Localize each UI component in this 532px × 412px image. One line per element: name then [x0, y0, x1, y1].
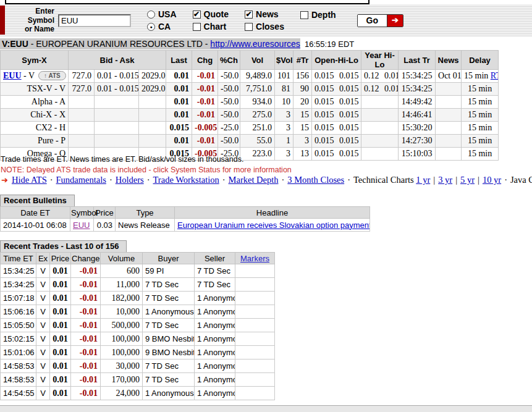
col-header-type: Type	[116, 207, 175, 219]
chart-10yr-link[interactable]: 10 yr	[483, 175, 501, 185]
cell-open-hi-lo: 0.015 0.015 0.01	[312, 148, 361, 161]
checkbox-closes[interactable]: Closes	[245, 22, 284, 32]
quote-row-euu: EUU - V↑ ATS 727.0 0.01 - 0.015 2029.0 0…	[1, 70, 499, 83]
checkbox-news-box-icon[interactable]: ✔	[245, 11, 253, 19]
col-header-date-et: Date ET	[1, 207, 70, 219]
links-arrow-icon: ➔	[1, 175, 8, 185]
trade-workstation-link[interactable]: Trade Workstation	[153, 175, 219, 185]
cell-delay: 15 min	[462, 109, 499, 122]
cell-trade-time: 15:07:18	[1, 292, 36, 305]
checkbox-depth-label: Depth	[311, 10, 336, 20]
cell-dvol: 3	[275, 109, 293, 122]
cell-trade-seller: 1 Anonymous	[195, 387, 235, 400]
checkbox-chart-label: Chart	[204, 22, 227, 32]
checkbox-quote[interactable]: ✔ Quote	[193, 9, 229, 19]
holders-link[interactable]: Holders	[116, 175, 144, 185]
cell-year-hi-lo	[361, 122, 399, 135]
radio-ca[interactable]: ● CA	[147, 22, 177, 32]
cell-trade-markers	[235, 292, 275, 305]
cell-ntr: 15	[293, 122, 312, 135]
company-name: - EUROPEAN URANIUM RESOURCES LTD -	[28, 39, 211, 49]
symbol-entry-form: Enter Symbol or Name USA ● CA ✔ Quote Ch…	[0, 4, 532, 36]
cell-bid-size	[69, 96, 95, 109]
radio-ca-circle-icon[interactable]: ●	[147, 23, 155, 31]
bottom-scroll-area	[0, 405, 532, 412]
cell-trade-price: 0.01	[50, 305, 71, 319]
cell-open-hi-lo: 0.015 0.015 0.01	[312, 135, 361, 148]
cell-trade-price: 0.01	[50, 319, 71, 332]
trade-row: 14:58:53 V 0.01 -0.01 30,000 7 TD Sec 1 …	[1, 359, 275, 373]
cell-last-tr: 14:46:41	[399, 109, 436, 122]
cell-news	[436, 122, 462, 135]
cell-trade-seller: 1 Anonymous	[195, 292, 235, 305]
checkbox-chart[interactable]: Chart	[193, 22, 229, 32]
go-button[interactable]: Go ➔	[357, 14, 403, 27]
bulletin-symbol-link[interactable]: EUU	[73, 221, 90, 230]
recent-bulletins-section: Recent Bulletins Date ET Symbol Price Ty…	[0, 195, 370, 232]
checkbox-chart-box-icon[interactable]	[193, 23, 201, 31]
cell-trade-volume: 100,000	[101, 346, 143, 359]
cell-trade-markers	[235, 346, 275, 359]
quote-row-tsxv: TSX-V - V 727.0 0.01 - 0.015 2029.0 0.01…	[1, 83, 499, 96]
symbol-entry-label: Enter Symbol or Name	[10, 7, 54, 33]
cell-trade-ex: V	[36, 278, 50, 292]
radio-usa[interactable]: USA	[147, 9, 177, 19]
cell-last: 0.01	[166, 109, 192, 122]
cell-trade-price: 0.01	[50, 292, 71, 305]
cell-trade-buyer: 7 TD Sec	[143, 359, 195, 373]
col-header-news: News	[436, 51, 462, 70]
cell-trade-buyer: 9 BMO Nesbitt	[143, 332, 195, 346]
market-depth-link[interactable]: Market Depth	[229, 175, 279, 185]
chart-3yr-link[interactable]: 3 yr	[438, 175, 452, 185]
cell-last: 0.01	[166, 96, 192, 109]
cell-trade-volume: 24,000	[101, 387, 143, 400]
chart-5yr-link[interactable]: 5 yr	[460, 175, 475, 185]
col-header-delay: Delay	[462, 51, 499, 70]
cell-trade-buyer: 1 Anonymous	[143, 387, 195, 400]
col-header-open-hi-lo: Open-Hi-Lo	[312, 51, 361, 70]
cell-last: 0.01	[166, 70, 192, 83]
hide-ats-link[interactable]: Hide ATS	[12, 175, 47, 185]
bulletin-headline-link[interactable]: European Uranium receives Slovakian opti…	[177, 221, 370, 230]
col-header-dvol: $Vol	[275, 51, 293, 70]
chart-1yr-link[interactable]: 1 yr	[416, 175, 430, 185]
symbol-euu-link[interactable]: EUU	[3, 71, 22, 80]
radio-usa-circle-icon[interactable]	[147, 11, 155, 19]
left-accent-bar	[0, 6, 5, 35]
cell-trade-time: 15:34:25	[1, 278, 36, 292]
cell-pctch: -25.0	[218, 122, 240, 135]
cell-pctch: -50.0	[218, 135, 240, 148]
symbol-input[interactable]	[58, 14, 131, 27]
checkbox-depth[interactable]: Depth	[300, 10, 336, 20]
trade-row: 15:01:06 V 0.01 -0.01 100,000 9 BMO Nesb…	[1, 346, 275, 359]
cell-vol: 9,489.0	[240, 70, 275, 83]
three-month-closes-link[interactable]: 3 Month Closes	[287, 175, 344, 185]
col-header-seller: Seller	[195, 253, 235, 264]
checkbox-closes-box-icon[interactable]	[245, 23, 253, 31]
cell-symbol: CX2 - H	[1, 122, 69, 135]
realtime-upgrade-link[interactable]: RT 2¢	[491, 71, 499, 80]
cell-vol: 934.0	[240, 96, 275, 109]
cell-vol: 275.0	[240, 109, 275, 122]
cell-bid-size	[69, 122, 95, 135]
ats-toggle-button[interactable]: ↑ ATS	[38, 71, 66, 80]
cell-trade-change: -0.01	[71, 278, 101, 292]
company-website-link[interactable]: http://www.euresources.com	[210, 39, 300, 49]
cell-bid-ask: 0.01 - 0.015	[95, 83, 139, 96]
trade-row: 14:54:55 V 0.01 -0.01 24,000 1 Anonymous…	[1, 387, 275, 400]
markers-link[interactable]: Markers	[240, 254, 269, 263]
cell-trade-change: -0.01	[71, 305, 101, 319]
cell-last-tr: 15:34:25	[399, 70, 436, 83]
quote-timestamp: 16:55:19 EDT	[305, 40, 354, 49]
checkbox-news[interactable]: ✔ News	[245, 9, 284, 19]
checkbox-quote-box-icon[interactable]: ✔	[193, 11, 201, 19]
trade-row: 14:58:53 V 0.01 -0.01 170,000 7 TD Sec 1…	[1, 373, 275, 387]
depth-checkbox-group: Depth	[300, 10, 336, 20]
cell-trade-buyer: 7 TD Sec	[143, 319, 195, 332]
cell-chg: -0.005	[192, 122, 218, 135]
checkbox-depth-box-icon[interactable]	[300, 11, 308, 19]
cell-trade-volume: 170,000	[101, 373, 143, 387]
cell-trade-volume: 100,000	[101, 332, 143, 346]
cell-trade-volume: 600	[101, 264, 143, 278]
fundamentals-link[interactable]: Fundamentals	[56, 175, 106, 185]
